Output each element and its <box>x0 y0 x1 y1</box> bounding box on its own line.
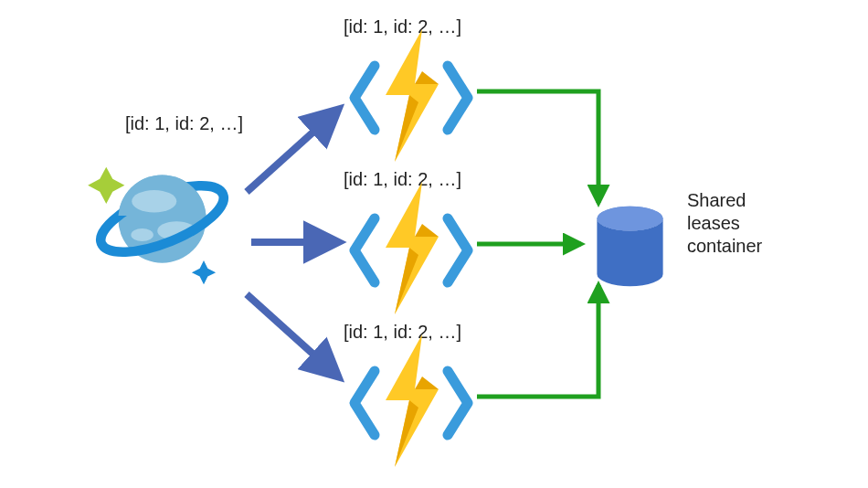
svg-point-9 <box>597 207 662 231</box>
svg-point-7 <box>132 190 176 213</box>
cosmosdb-icon <box>82 139 242 299</box>
diagram-stage: [id: 1, id: 2, …] [id: 1, id: 2, …] [id:… <box>0 0 868 488</box>
azure-function-icon-1 <box>347 29 475 162</box>
database-label: Shared leases container <box>687 189 762 258</box>
arrow-source-to-fn1 <box>247 110 338 192</box>
arrow-fn1-to-db <box>477 91 598 203</box>
arrow-fn3-to-db <box>477 285 598 397</box>
azure-function-icon-3 <box>347 334 475 467</box>
database-label-line3: container <box>687 235 762 258</box>
svg-point-3 <box>131 228 153 241</box>
database-label-line1: Shared <box>687 189 762 212</box>
source-label: [id: 1, id: 2, …] <box>125 113 243 134</box>
database-icon <box>587 203 673 290</box>
azure-function-icon-2 <box>347 182 475 314</box>
database-label-line2: leases <box>687 212 762 235</box>
arrow-source-to-fn3 <box>247 294 338 377</box>
